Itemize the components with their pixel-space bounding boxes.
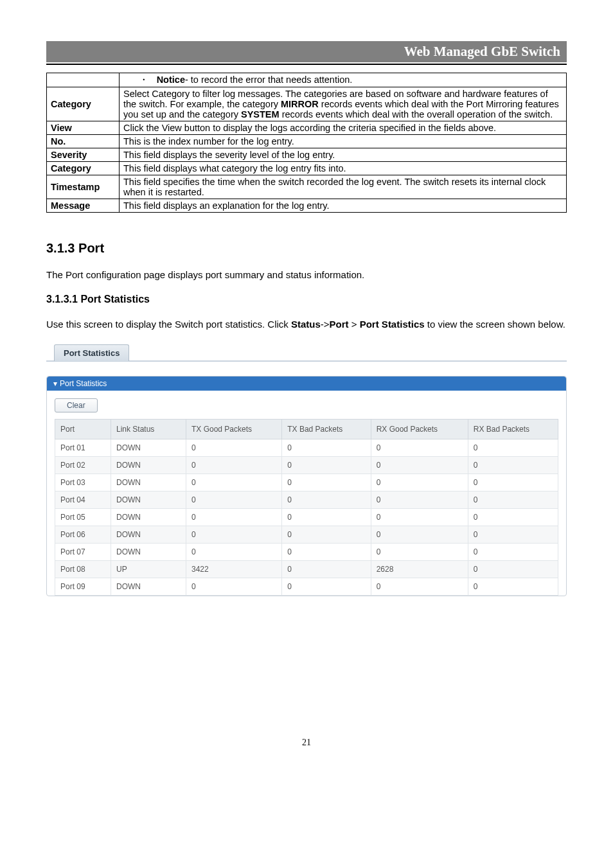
def-label-empty	[47, 73, 120, 87]
cell-txb: 0	[282, 456, 371, 474]
stats-intro: Use this screen to display the Switch po…	[46, 317, 567, 332]
col-port: Port	[55, 419, 111, 439]
clear-button[interactable]: Clear	[55, 398, 98, 412]
tab-strip: Port Statistics	[46, 344, 567, 362]
cell-port: Port 06	[55, 526, 111, 543]
cell-rxg: 0	[371, 508, 468, 526]
cell-txg: 0	[186, 474, 282, 491]
def-text: This field specifies the time when the s…	[120, 175, 567, 199]
cell-txb: 0	[282, 560, 371, 578]
cell-txg: 0	[186, 508, 282, 526]
cell-rxb: 0	[468, 439, 558, 456]
cell-rxb: 0	[468, 526, 558, 543]
header-rule	[46, 64, 567, 65]
def-label: Category	[47, 87, 120, 121]
table-row: Port 07DOWN0000	[55, 543, 558, 560]
cell-txg: 0	[186, 456, 282, 474]
notice-term: Notice	[157, 75, 185, 85]
cell-rxg: 0	[371, 543, 468, 560]
page-number: 21	[46, 738, 567, 748]
section-heading-port: 3.1.3 Port	[46, 241, 567, 256]
def-text: Click the View button to display the log…	[120, 121, 567, 135]
col-tx-good: TX Good Packets	[186, 419, 282, 439]
def-notice-cell: ·Notice- to record the error that needs …	[120, 73, 567, 87]
col-rx-good: RX Good Packets	[371, 419, 468, 439]
cell-rxg: 0	[371, 491, 468, 508]
cell-link: DOWN	[111, 543, 186, 560]
def-text: This field displays the severity level o…	[120, 148, 567, 162]
def-text: This field displays an explanation for t…	[120, 199, 567, 213]
cell-txg: 3422	[186, 560, 282, 578]
cell-port: Port 02	[55, 456, 111, 474]
table-row: Port 02DOWN0000	[55, 456, 558, 474]
cell-link: DOWN	[111, 474, 186, 491]
port-statistics-table: Port Link Status TX Good Packets TX Bad …	[55, 419, 558, 596]
cell-port: Port 03	[55, 474, 111, 491]
cell-link: DOWN	[111, 578, 186, 595]
cell-txb: 0	[282, 578, 371, 595]
def-label: Message	[47, 199, 120, 213]
section-heading-port-statistics: 3.1.3.1 Port Statistics	[46, 294, 567, 305]
cell-rxb: 0	[468, 560, 558, 578]
table-row: Port 05DOWN0000	[55, 508, 558, 526]
table-header-row: Port Link Status TX Good Packets TX Bad …	[55, 419, 558, 439]
cell-rxb: 0	[468, 543, 558, 560]
cell-port: Port 09	[55, 578, 111, 595]
col-rx-bad: RX Bad Packets	[468, 419, 558, 439]
tab-port-statistics[interactable]: Port Statistics	[54, 344, 129, 361]
cell-rxb: 0	[468, 456, 558, 474]
cell-txg: 0	[186, 543, 282, 560]
chevron-down-icon: ▾	[53, 379, 57, 388]
col-link-status: Link Status	[111, 419, 186, 439]
cell-port: Port 08	[55, 560, 111, 578]
cell-link: DOWN	[111, 456, 186, 474]
table-row: Port 01DOWN0000	[55, 439, 558, 456]
panel-title: ▾Port Statistics	[47, 376, 566, 391]
def-label: Severity	[47, 148, 120, 162]
page-header: Web Managed GbE Switch	[46, 41, 567, 65]
table-row: Port 09DOWN0000	[55, 578, 558, 595]
port-intro: The Port configuration page displays por…	[46, 267, 567, 282]
cell-link: DOWN	[111, 508, 186, 526]
cell-txg: 0	[186, 491, 282, 508]
cell-port: Port 04	[55, 491, 111, 508]
def-label: No.	[47, 135, 120, 148]
port-statistics-panel: ▾Port Statistics Clear Port Link Status …	[46, 376, 567, 596]
cell-rxg: 2628	[371, 560, 468, 578]
cell-txb: 0	[282, 491, 371, 508]
cell-txb: 0	[282, 526, 371, 543]
cell-port: Port 07	[55, 543, 111, 560]
cell-rxg: 0	[371, 439, 468, 456]
def-label: View	[47, 121, 120, 135]
cell-rxb: 0	[468, 508, 558, 526]
notice-text: - to record the error that needs attenti…	[185, 75, 352, 85]
cell-port: Port 01	[55, 439, 111, 456]
col-tx-bad: TX Bad Packets	[282, 419, 371, 439]
cell-txg: 0	[186, 578, 282, 595]
cell-rxb: 0	[468, 474, 558, 491]
table-row: Port 06DOWN0000	[55, 526, 558, 543]
cell-link: DOWN	[111, 439, 186, 456]
def-text: This is the index number for the log ent…	[120, 135, 567, 148]
cell-txg: 0	[186, 439, 282, 456]
cell-link: DOWN	[111, 491, 186, 508]
table-row: Port 03DOWN0000	[55, 474, 558, 491]
cell-txb: 0	[282, 508, 371, 526]
cell-rxb: 0	[468, 578, 558, 595]
cell-port: Port 05	[55, 508, 111, 526]
cell-rxg: 0	[371, 578, 468, 595]
cell-txg: 0	[186, 526, 282, 543]
table-row: Port 08UP3422026280	[55, 560, 558, 578]
cell-txb: 0	[282, 474, 371, 491]
def-text: This field displays what category the lo…	[120, 162, 567, 175]
cell-link: UP	[111, 560, 186, 578]
def-text: Select Category to filter log messages. …	[120, 87, 567, 121]
cell-rxg: 0	[371, 526, 468, 543]
def-label: Timestamp	[47, 175, 120, 199]
cell-rxg: 0	[371, 474, 468, 491]
cell-txb: 0	[282, 543, 371, 560]
def-label: Category	[47, 162, 120, 175]
cell-link: DOWN	[111, 526, 186, 543]
cell-txb: 0	[282, 439, 371, 456]
cell-rxg: 0	[371, 456, 468, 474]
